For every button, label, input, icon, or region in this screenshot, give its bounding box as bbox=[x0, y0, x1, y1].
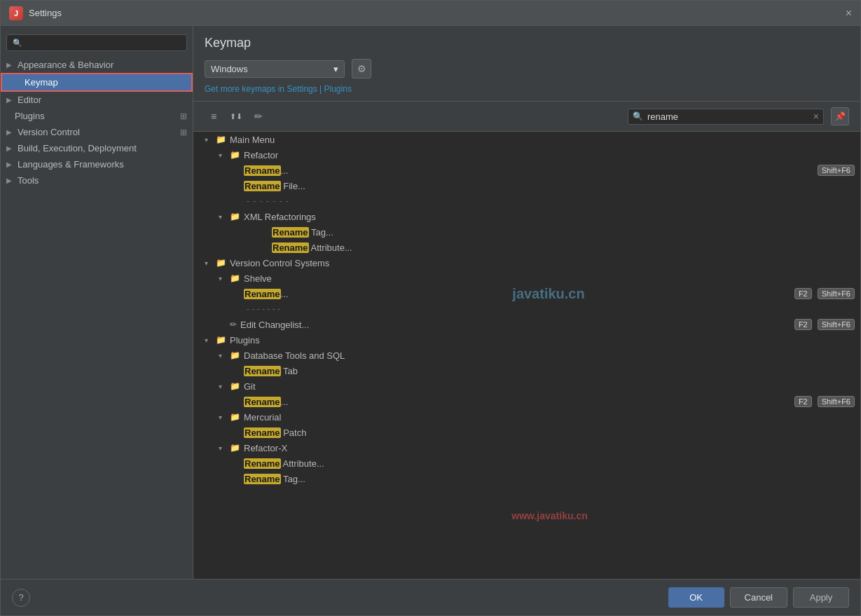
collapse-icon: ≡ bbox=[211, 111, 216, 122]
sidebar-item-version-control[interactable]: ▶ Version Control ⊞ bbox=[1, 124, 193, 140]
sidebar-item-languages[interactable]: ▶ Languages & Frameworks bbox=[1, 156, 193, 172]
tree-item-label: Version Control Systems bbox=[230, 258, 855, 268]
tree-row-shelve[interactable]: ▾ 📁 Shelve bbox=[193, 271, 860, 286]
folder-icon: 📁 bbox=[216, 135, 226, 144]
shortcut-badge-f2: F2 bbox=[794, 288, 812, 299]
tree-label-group: Rename... bbox=[244, 165, 815, 176]
tree-row-database-tools[interactable]: ▾ 📁 Database Tools and SQL bbox=[193, 348, 860, 363]
sidebar-item-tools[interactable]: ▶ Tools bbox=[1, 172, 193, 189]
sidebar-item-label: Version Control bbox=[18, 127, 80, 137]
chevron-down-icon: ▾ bbox=[219, 275, 227, 282]
chevron-icon: ▶ bbox=[6, 160, 12, 168]
folder-icon: 📁 bbox=[230, 412, 240, 422]
dialog-title: Settings bbox=[29, 8, 62, 18]
filter-button[interactable]: ✏ bbox=[249, 107, 268, 125]
tree-item-label: Rename Attribute... bbox=[272, 242, 855, 253]
edit-icon: ✏ bbox=[230, 320, 237, 329]
shortcut-container: Shift+F6 bbox=[815, 165, 855, 176]
search-icon: 🔍 bbox=[633, 111, 643, 121]
folder-icon: 📁 bbox=[230, 273, 240, 283]
settings-dialog: J Settings × 🔍 ▶ Appearance & Behavior K… bbox=[0, 0, 861, 616]
sidebar-item-editor[interactable]: ▶ Editor bbox=[1, 92, 193, 108]
pin-button[interactable]: 📌 bbox=[831, 107, 849, 125]
sidebar-item-label: Appearance & Behavior bbox=[18, 60, 113, 70]
title-bar: J Settings × bbox=[1, 1, 860, 26]
tree-row-refactor-x[interactable]: ▾ 📁 Refactor-X bbox=[193, 440, 860, 456]
watermark-2: www.javatiku.cn bbox=[511, 510, 587, 521]
close-button[interactable]: × bbox=[846, 8, 852, 19]
shortcut-badge-shift-f6: Shift+F6 bbox=[818, 288, 855, 299]
collapse-all-button[interactable]: ≡ bbox=[205, 107, 223, 125]
tree-row-rename-1[interactable]: ▾ Rename... Shift+F6 bbox=[193, 163, 860, 178]
gear-icon: ⚙ bbox=[357, 63, 366, 74]
tree-separator: - - - - - - - bbox=[193, 301, 860, 317]
tree-item-label: Mercurial bbox=[244, 412, 855, 423]
chevron-down-icon: ▾ bbox=[219, 413, 227, 421]
gear-button[interactable]: ⚙ bbox=[352, 59, 371, 78]
highlight-rename: Rename bbox=[244, 427, 281, 438]
tree-item-label: Rename File... bbox=[244, 181, 855, 191]
search-input[interactable] bbox=[647, 111, 809, 122]
sidebar-search-input[interactable] bbox=[27, 38, 181, 48]
expand-icon: ⬆⬇ bbox=[230, 112, 242, 121]
cancel-button[interactable]: Cancel bbox=[730, 587, 787, 608]
plugins-icon: ⊞ bbox=[180, 111, 187, 121]
tree-row-rename-tag-x[interactable]: ▾ Rename Tag... bbox=[193, 471, 860, 486]
tree-row-git[interactable]: ▾ 📁 Git bbox=[193, 378, 860, 394]
tree-row-plugins[interactable]: ▾ 📁 Plugins bbox=[193, 332, 860, 348]
chevron-icon: ▶ bbox=[6, 128, 12, 136]
tree-row-refactor[interactable]: ▾ 📁 Refactor bbox=[193, 147, 860, 163]
tree-row-rename-shelve[interactable]: ▾ Rename... F2 Shift+F6 bbox=[193, 286, 860, 301]
sidebar-item-keymap[interactable]: Keymap bbox=[1, 73, 193, 92]
tree-row-rename-git[interactable]: ▾ Rename... F2 Shift+F6 bbox=[193, 394, 860, 409]
tree-row-xml-refactorings[interactable]: ▾ 📁 XML Refactorings bbox=[193, 209, 860, 224]
tree-item-label: XML Refactorings bbox=[244, 212, 855, 222]
shortcut-badge-shift-f6: Shift+F6 bbox=[818, 319, 855, 330]
sidebar-item-build[interactable]: ▶ Build, Execution, Deployment bbox=[1, 140, 193, 156]
tree-row-vcs[interactable]: ▾ 📁 Version Control Systems bbox=[193, 255, 860, 271]
main-header: Keymap Windows ▾ ⚙ Get more keymaps in S… bbox=[193, 26, 860, 102]
tree-row-mercurial[interactable]: ▾ 📁 Mercurial bbox=[193, 409, 860, 425]
highlight-rename: Rename bbox=[272, 227, 309, 238]
sidebar-item-appearance[interactable]: ▶ Appearance & Behavior bbox=[1, 57, 193, 73]
chevron-down-icon: ▾ bbox=[219, 213, 227, 221]
sidebar-search-container[interactable]: 🔍 bbox=[6, 34, 187, 51]
tree-row-rename-tab[interactable]: ▾ Rename Tab bbox=[193, 363, 860, 378]
chevron-icon: ▶ bbox=[6, 177, 12, 184]
tree-row-edit-changelist[interactable]: ▾ ✏ Edit Changelist... F2 Shift+F6 bbox=[193, 317, 860, 332]
chevron-down-icon: ▾ bbox=[219, 151, 227, 159]
apply-button[interactable]: Apply bbox=[793, 587, 849, 608]
tree-item-label: Rename Patch bbox=[244, 427, 855, 438]
tree-row-rename-patch[interactable]: ▾ Rename Patch bbox=[193, 425, 860, 440]
tree-item-label: Rename Attribute... bbox=[244, 458, 855, 469]
title-bar-left: J Settings bbox=[9, 6, 62, 20]
tree-separator: - - - - - - - bbox=[193, 193, 860, 209]
sidebar-item-plugins[interactable]: Plugins ⊞ bbox=[1, 108, 193, 124]
tree-row-rename-attr-x[interactable]: ▾ Rename Attribute... bbox=[193, 456, 860, 471]
folder-icon: 📁 bbox=[216, 258, 226, 268]
shortcut-container: F2 Shift+F6 bbox=[792, 288, 855, 299]
highlight-rename: Rename bbox=[244, 397, 281, 407]
expand-all-button[interactable]: ⬆⬇ bbox=[227, 107, 245, 125]
tree-item-label: Git bbox=[244, 381, 855, 392]
chevron-down-icon: ▾ bbox=[219, 352, 227, 360]
sidebar-item-label: Keymap bbox=[25, 77, 58, 88]
search-clear-button[interactable]: × bbox=[813, 111, 819, 121]
chevron-down-icon: ▾ bbox=[205, 259, 213, 267]
help-button[interactable]: ? bbox=[12, 589, 30, 607]
chevron-down-icon: ▾ bbox=[219, 444, 227, 452]
get-more-keymaps-link[interactable]: Get more keymaps in Settings | Plugins bbox=[205, 84, 352, 94]
tree-row-rename-file[interactable]: ▾ Rename File... bbox=[193, 178, 860, 193]
tree-row-main-menu[interactable]: ▾ 📁 Main Menu bbox=[193, 132, 860, 147]
tree-row-rename-tag[interactable]: ▾ Rename Tag... bbox=[193, 224, 860, 240]
search-container: 🔍 × bbox=[628, 109, 824, 125]
ok-button[interactable]: OK bbox=[668, 587, 724, 608]
tree-item-label: Refactor bbox=[244, 150, 855, 160]
sidebar-item-vc-left: ▶ Version Control bbox=[6, 127, 80, 137]
tree-row-rename-attribute[interactable]: ▾ Rename Attribute... bbox=[193, 240, 860, 255]
shortcut-badge-shift-f6: Shift+F6 bbox=[818, 396, 855, 407]
tree-item-label: Edit Changelist... bbox=[240, 320, 792, 330]
chevron-down-icon: ▾ bbox=[205, 136, 213, 144]
keymap-dropdown[interactable]: Windows ▾ bbox=[205, 60, 345, 78]
tree-item-label: Rename... bbox=[244, 397, 792, 407]
